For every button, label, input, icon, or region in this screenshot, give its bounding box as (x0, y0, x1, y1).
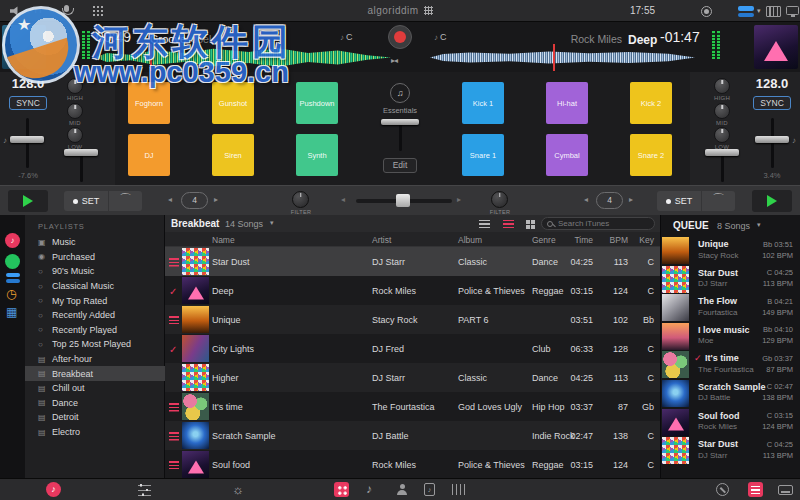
deck-right-play-button[interactable] (752, 190, 792, 212)
deck-right-loop-decrease-icon[interactable]: ◂ (584, 195, 588, 204)
queue-item[interactable]: UniqueStacy RockBb 03:51102 BPM (661, 236, 800, 265)
column-album[interactable]: Album (458, 235, 482, 245)
search-input[interactable] (556, 218, 646, 229)
pad-siren[interactable]: Siren (212, 134, 254, 176)
sidebar-item-recently-played[interactable]: ○Recently Played (25, 323, 165, 338)
column-key[interactable]: Key (630, 235, 654, 245)
column-genre[interactable]: Genre (532, 235, 556, 245)
grid-view-icon[interactable] (526, 220, 530, 224)
deck-right-sync-button[interactable]: SYNC (753, 96, 791, 110)
column-name[interactable]: Name (212, 235, 235, 245)
queue-item[interactable]: Soul foodRock MilesC 03:15124 BPM (661, 408, 800, 437)
deck-right-pitch-bend-button[interactable]: ⌒ (702, 191, 735, 211)
pad-kick-2[interactable]: Kick 2 (630, 82, 672, 124)
deck-left-waveform[interactable] (95, 46, 391, 69)
deck-right-set-cue-button[interactable]: SET (657, 191, 701, 211)
mixer-sliders-icon[interactable] (138, 484, 151, 496)
table-row[interactable]: ✓DeepRock MilesPolice & ThievesReggae03:… (165, 276, 660, 305)
queue-item[interactable]: Star DustDJ StarrC 04:25113 BPM (661, 265, 800, 294)
deck-right-eq-low-knob[interactable] (714, 127, 730, 143)
fx-edit-button[interactable]: Edit (383, 158, 417, 173)
deck-right-loop-increase-icon[interactable]: ▸ (629, 195, 633, 204)
caret-down-icon[interactable]: ▾ (270, 219, 274, 227)
crossfader-handle[interactable] (396, 194, 410, 207)
vocalist-icon[interactable] (396, 484, 408, 495)
deck-left-volume-fader[interactable] (64, 149, 98, 156)
table-row[interactable]: Scratch SampleDJ BattleIndie Rock02:4713… (165, 421, 660, 450)
sidebar-item-after-hour[interactable]: ▤After-hour (25, 352, 165, 367)
pad-synth[interactable]: Synth (296, 134, 338, 176)
deck-right-filter-knob[interactable] (491, 191, 508, 208)
brightness-icon[interactable]: ☼ (232, 482, 244, 497)
deck-left-tempo-slider[interactable] (10, 136, 44, 143)
deck-left-eq-low-knob[interactable] (67, 127, 83, 143)
deck-right-volume-fader[interactable] (705, 149, 739, 156)
table-row[interactable]: Soul foodRock MilesPolice & ThievesRegga… (165, 450, 660, 478)
deck-left-eq-mid-knob[interactable] (67, 103, 83, 119)
spotify-source-icon[interactable] (5, 254, 20, 269)
sidebar-item-chill-out[interactable]: ▤Chill out (25, 381, 165, 396)
itunes-source-icon[interactable]: ♪ (5, 233, 20, 248)
library-title[interactable]: Breakbeat (171, 218, 219, 229)
fx-essentials-icon[interactable]: ♫ (390, 83, 410, 103)
table-row[interactable]: Star DustDJ StarrClassicDance04:25113C (165, 247, 660, 276)
sidebar-item-my-top-rated[interactable]: ○My Top Rated (25, 293, 165, 308)
table-row[interactable]: UniqueStacy RockPART 603:51102Bb (165, 305, 660, 334)
sidebar-item-music[interactable]: ▣Music (25, 235, 165, 250)
table-row[interactable]: It's timeThe FourtasticaGod Loves UglyHi… (165, 392, 660, 421)
sidebar-item-purchased[interactable]: ◉Purchased (25, 250, 165, 265)
queue-item[interactable]: Scratch SampleDJ BattleC 02:47138 BPM (661, 379, 800, 408)
table-row[interactable]: HigherDJ StarrClassicDance04:25113C (165, 363, 660, 392)
queue-toggle-icon[interactable] (748, 482, 763, 497)
itunes-icon[interactable]: ♪ (46, 482, 61, 497)
deck-right-tempo-slider[interactable] (755, 136, 789, 143)
deck-left-play-button[interactable] (8, 190, 48, 212)
deck-left-sync-button[interactable]: SYNC (9, 96, 47, 110)
keyboard-drawer-icon[interactable] (778, 485, 793, 495)
deck-left-loop-decrease-icon[interactable]: ◂ (168, 195, 172, 204)
fx-slider-handle[interactable] (381, 119, 419, 125)
deck-right-eq-high-knob[interactable] (714, 78, 730, 94)
decks-view-icon[interactable] (738, 6, 754, 17)
record-button[interactable] (388, 25, 412, 49)
deck-left-loop-increase-icon[interactable]: ▸ (214, 195, 218, 204)
sidebar-item-dance[interactable]: ▤Dance (25, 396, 165, 411)
deck-left-filter-knob[interactable] (292, 191, 309, 208)
sampler-icon[interactable] (334, 482, 349, 497)
sidebar-item-90-s-music[interactable]: ○90's Music (25, 264, 165, 279)
list-view-icon[interactable] (479, 220, 490, 228)
sidebar-item-detroit[interactable]: ▤Detroit (25, 410, 165, 425)
library-source-icon[interactable] (6, 273, 20, 283)
automix-compass-icon[interactable] (716, 483, 729, 496)
queue-item[interactable]: Star DustDJ StarrC 04:25113 BPM (661, 436, 800, 465)
column-time[interactable]: Time (555, 235, 593, 245)
music-note-icon[interactable]: ♪ (366, 482, 372, 496)
pad-snare-2[interactable]: Snare 2 (630, 134, 672, 176)
queue-item[interactable]: ✓It's timeThe FourtasticaGb 03:3787 BPM (661, 350, 800, 379)
search-box[interactable] (541, 217, 655, 230)
sidebar-item-top-25-most-played[interactable]: ○Top 25 Most Played (25, 337, 165, 352)
pad-snare-1[interactable]: Snare 1 (462, 134, 504, 176)
sidebar-item-recently-added[interactable]: ○Recently Added (25, 308, 165, 323)
deck-right-eq-mid-knob[interactable] (714, 103, 730, 119)
piano-keyboard-icon[interactable] (766, 6, 781, 17)
pad-pushdown[interactable]: Pushdown (296, 82, 338, 124)
deck-left-set-cue-button[interactable]: SET (64, 191, 108, 211)
history-clock-icon[interactable]: ◷ (6, 287, 16, 301)
deck-right-waveform[interactable] (430, 46, 695, 69)
sidebar-item-breakbeat[interactable]: ▤Breakbeat (25, 366, 165, 381)
column-artist[interactable]: Artist (372, 235, 391, 245)
caret-down-icon[interactable]: ▾ (757, 221, 761, 229)
pad-cymbal[interactable]: Cymbal (546, 134, 588, 176)
pad-foghorn[interactable]: Foghorn (128, 82, 170, 124)
jukebox-icon[interactable]: ♪ (424, 483, 435, 496)
deck-right-loop-button[interactable]: 4 (596, 192, 623, 209)
queue-item[interactable]: The FlowFourtasticaB 04:21149 BPM (661, 293, 800, 322)
pad-dj[interactable]: DJ (128, 134, 170, 176)
explorer-source-icon[interactable]: ▦ (6, 305, 17, 319)
deck-left-pitch-bend-button[interactable]: ⌒ (109, 191, 142, 211)
pad-hi-hat[interactable]: Hi-hat (546, 82, 588, 124)
tuning-forks-icon[interactable] (452, 484, 465, 495)
pad-gunshot[interactable]: Gunshot (212, 82, 254, 124)
sidebar-item-classical-music[interactable]: ○Classical Music (25, 279, 165, 294)
